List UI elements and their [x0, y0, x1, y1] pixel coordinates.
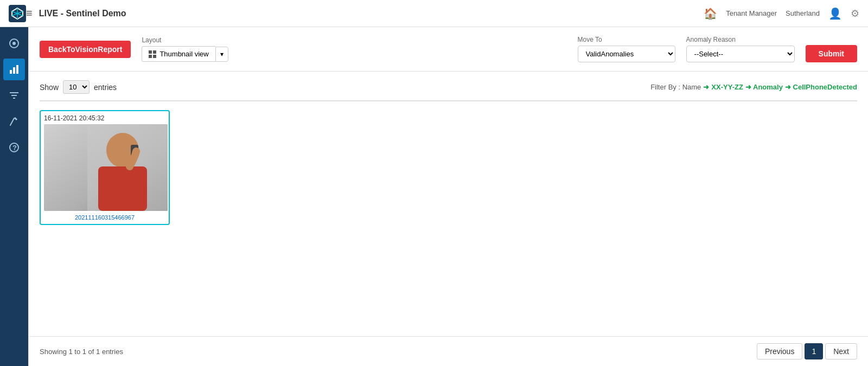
filter-name-arrow: ➜: [703, 83, 709, 91]
move-to-section: Move To ValidAnomalies InvalidAnomalies …: [578, 36, 675, 62]
menu-icon[interactable]: ≡: [26, 7, 33, 20]
app-logo: [9, 5, 26, 22]
grid-icon: [149, 50, 156, 58]
thumbnail-grid: 16-11-2021 20:45:32: [40, 110, 857, 225]
svg-rect-18: [149, 55, 152, 58]
svg-rect-17: [153, 50, 156, 54]
app-body: ? BackToVisionReport Layout: [0, 27, 868, 366]
svg-rect-8: [13, 67, 15, 74]
svg-text:?: ?: [12, 144, 17, 152]
submit-button[interactable]: Submit: [806, 45, 857, 62]
layout-label: Layout: [142, 36, 228, 44]
anomaly-reason-select[interactable]: --Select--: [686, 46, 795, 62]
layout-btn-group: Thumbnail view ▾: [142, 46, 228, 62]
thumbnail-svg: [44, 124, 168, 211]
content-area: Show 10 25 50 entries Filter By : Name ➜…: [29, 72, 868, 336]
settings-icon[interactable]: ⚙: [851, 8, 859, 20]
svg-rect-7: [10, 70, 12, 74]
filter-row: Filter By : Name ➜ XX-YY-ZZ ➜ Anomaly ➜ …: [650, 83, 857, 91]
thumbnail-view-button[interactable]: Thumbnail view: [142, 46, 215, 62]
anomaly-reason-label: Anomaly Reason: [686, 36, 795, 43]
layout-section: Layout Thumbnail view ▾: [142, 36, 228, 62]
home-icon: 🏠: [704, 7, 717, 20]
thumbnail-timestamp: 16-11-2021 20:45:32: [44, 114, 165, 122]
show-entries-select[interactable]: 10 25 50: [63, 80, 90, 94]
topbar: ≡ LIVE - Sentinel Demo 🏠 Tenant Manager …: [0, 0, 868, 27]
svg-rect-23: [98, 166, 147, 211]
pagination: Previous 1 Next: [757, 343, 857, 359]
thumbnail-view-label: Thumbnail view: [159, 50, 208, 58]
show-entries-row: Show 10 25 50 entries Filter By : Name ➜…: [40, 80, 857, 94]
current-page: 1: [805, 343, 823, 359]
filter-name-value: XX-YY-ZZ: [711, 83, 743, 91]
filter-anomaly-arrow: ➜ Anomaly ➜: [745, 83, 791, 91]
tenant-info: Tenant Manager Sutherland: [726, 9, 820, 17]
thumbnail-card[interactable]: 16-11-2021 20:45:32: [40, 110, 170, 225]
entries-label: entries: [94, 83, 117, 92]
user-icon[interactable]: 👤: [828, 7, 842, 20]
thumbnail-link[interactable]: 202111160315466967: [44, 214, 165, 221]
sidebar-item-dashboard[interactable]: [3, 33, 25, 54]
move-to-select[interactable]: ValidAnomalies InvalidAnomalies Pending: [578, 46, 675, 62]
move-to-label: Move To: [578, 36, 675, 43]
tenant-name: Tenant Manager: [726, 9, 777, 17]
main-content: BackToVisionReport Layout Thumbnail view…: [28, 27, 868, 366]
sidebar-item-analytics[interactable]: [3, 59, 25, 80]
svg-rect-16: [149, 50, 152, 54]
sidebar-item-tools[interactable]: [3, 111, 25, 132]
toolbar: BackToVisionReport Layout Thumbnail view…: [29, 27, 868, 72]
svg-point-6: [12, 42, 16, 45]
topbar-right: 🏠 Tenant Manager Sutherland 👤 ⚙: [704, 7, 859, 20]
content-divider: [40, 100, 857, 101]
tenant-sub: Sutherland: [786, 9, 820, 17]
next-button[interactable]: Next: [825, 343, 857, 359]
app-title: LIVE - Sentinel Demo: [39, 9, 704, 18]
sidebar: ?: [0, 27, 28, 366]
svg-rect-19: [153, 55, 156, 58]
filter-anomaly-value: CellPhoneDetected: [793, 83, 857, 91]
anomaly-reason-section: Anomaly Reason --Select--: [686, 36, 795, 62]
back-to-vision-report-button[interactable]: BackToVisionReport: [40, 41, 131, 58]
svg-line-13: [10, 118, 14, 125]
previous-button[interactable]: Previous: [757, 343, 802, 359]
sidebar-item-filters[interactable]: [3, 85, 25, 106]
showing-text: Showing 1 to 1 of 1 entries: [40, 348, 123, 356]
thumbnail-image: [44, 124, 168, 211]
sidebar-item-help[interactable]: ?: [3, 137, 25, 158]
bottom-bar: Showing 1 to 1 of 1 entries Previous 1 N…: [29, 336, 868, 366]
layout-dropdown-button[interactable]: ▾: [215, 47, 228, 62]
filter-by-label: Filter By : Name: [650, 83, 701, 91]
svg-rect-9: [16, 65, 18, 74]
show-label: Show: [40, 83, 59, 92]
